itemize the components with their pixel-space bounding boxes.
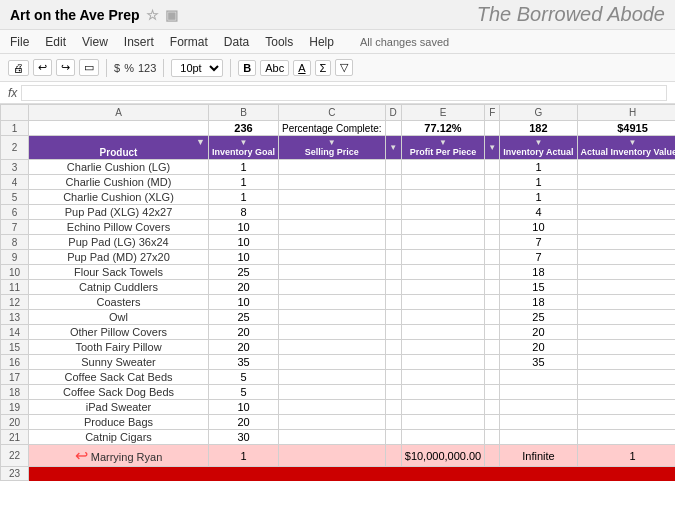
- cell-inv-17[interactable]: 5: [209, 370, 279, 385]
- cell-product-9[interactable]: Pup Pad (MD) 27x20: [29, 250, 209, 265]
- cell-product-13[interactable]: Owl: [29, 310, 209, 325]
- cell-actual-22[interactable]: 1: [577, 445, 675, 467]
- cell-actual-6[interactable]: 4: [500, 205, 577, 220]
- cell-inv-13[interactable]: 25: [209, 310, 279, 325]
- cell-profit-22[interactable]: Infinite: [500, 445, 577, 467]
- cell-inv-9[interactable]: 10: [209, 250, 279, 265]
- cell-product-12[interactable]: Coasters: [29, 295, 209, 310]
- bold-button[interactable]: B: [238, 60, 256, 76]
- cell-inv-10[interactable]: 25: [209, 265, 279, 280]
- cell-h1[interactable]: $4915: [577, 121, 675, 136]
- menu-file[interactable]: File: [10, 35, 29, 49]
- col-header-d[interactable]: D: [385, 105, 401, 121]
- cell-actual-16[interactable]: 35: [500, 355, 577, 370]
- cell-inv-21[interactable]: 30: [209, 430, 279, 445]
- col-header-e[interactable]: E: [401, 105, 484, 121]
- cell-inv-8[interactable]: 10: [209, 235, 279, 250]
- cell-f1[interactable]: [485, 121, 500, 136]
- cell-inv-5[interactable]: 1: [209, 190, 279, 205]
- cell-product-19[interactable]: iPad Sweater: [29, 400, 209, 415]
- col-header-f[interactable]: F: [485, 105, 500, 121]
- undo-button[interactable]: ↩: [33, 59, 52, 76]
- cell-product-22[interactable]: ↩ Marrying Ryan: [29, 445, 209, 467]
- cell-product-6[interactable]: Pup Pad (XLG) 42x27: [29, 205, 209, 220]
- print-button[interactable]: 🖨: [8, 60, 29, 76]
- menu-tools[interactable]: Tools: [265, 35, 293, 49]
- cell-inv-7[interactable]: 10: [209, 220, 279, 235]
- font-color-button[interactable]: Abc: [260, 60, 289, 76]
- cell-actual-19[interactable]: [500, 400, 577, 415]
- menu-help[interactable]: Help: [309, 35, 334, 49]
- col-header-g[interactable]: G: [500, 105, 577, 121]
- col-header-a[interactable]: A: [29, 105, 209, 121]
- cell-actual-18[interactable]: [500, 385, 577, 400]
- font-size-select[interactable]: 10pt8pt12pt: [171, 59, 223, 77]
- cell-actual-10[interactable]: 18: [500, 265, 577, 280]
- cell-inv-4[interactable]: 1: [209, 175, 279, 190]
- cell-actual-20[interactable]: [500, 415, 577, 430]
- menu-insert[interactable]: Insert: [124, 35, 154, 49]
- cell-actual-21[interactable]: [500, 430, 577, 445]
- redo-button[interactable]: ↪: [56, 59, 75, 76]
- cell-inv-12[interactable]: 10: [209, 295, 279, 310]
- cell-e1[interactable]: 77.12%: [401, 121, 484, 136]
- cell-inv-16[interactable]: 35: [209, 355, 279, 370]
- cell-inv-22[interactable]: 1: [209, 445, 279, 467]
- folder-icon[interactable]: ▣: [165, 7, 178, 23]
- cell-product-15[interactable]: Tooth Fairy Pillow: [29, 340, 209, 355]
- menu-format[interactable]: Format: [170, 35, 208, 49]
- cell-inv-6[interactable]: 8: [209, 205, 279, 220]
- formula-input[interactable]: [21, 85, 667, 101]
- sheet-container[interactable]: A B C D E F G H I J 1 236 Percentage Com…: [0, 104, 675, 532]
- col-header-b[interactable]: B: [209, 105, 279, 121]
- header-selling-price[interactable]: ▼ Selling Price: [279, 136, 386, 160]
- cell-product-16[interactable]: Sunny Sweater: [29, 355, 209, 370]
- paint-button[interactable]: ▭: [79, 59, 99, 76]
- cell-actual-7[interactable]: 10: [500, 220, 577, 235]
- header-actual-value[interactable]: ▼ Actual Inventory Value $: [577, 136, 675, 160]
- header-f2[interactable]: ▼: [485, 136, 500, 160]
- cell-inv-15[interactable]: 20: [209, 340, 279, 355]
- cell-actual-4[interactable]: 1: [500, 175, 577, 190]
- cell-product-11[interactable]: Catnip Cuddlers: [29, 280, 209, 295]
- cell-actual-12[interactable]: 18: [500, 295, 577, 310]
- cell-actual-11[interactable]: 15: [500, 280, 577, 295]
- cell-product-8[interactable]: Pup Pad (LG) 36x24: [29, 235, 209, 250]
- cell-selling-22[interactable]: $10,000,000.00: [401, 445, 484, 467]
- menu-view[interactable]: View: [82, 35, 108, 49]
- col-header-h[interactable]: H: [577, 105, 675, 121]
- cell-actual-9[interactable]: 7: [500, 250, 577, 265]
- cell-inv-20[interactable]: 20: [209, 415, 279, 430]
- cell-product-21[interactable]: Catnip Cigars: [29, 430, 209, 445]
- menu-edit[interactable]: Edit: [45, 35, 66, 49]
- cell-a1[interactable]: [29, 121, 209, 136]
- cell-actual-13[interactable]: 25: [500, 310, 577, 325]
- cell-inv-11[interactable]: 20: [209, 280, 279, 295]
- cell-inv-14[interactable]: 20: [209, 325, 279, 340]
- cell-actual-5[interactable]: 1: [500, 190, 577, 205]
- header-product[interactable]: ▼ Product: [29, 136, 209, 160]
- cell-g1[interactable]: 182: [500, 121, 577, 136]
- cell-product-7[interactable]: Echino Pillow Covers: [29, 220, 209, 235]
- cell-c1[interactable]: Percentage Complete:: [279, 121, 386, 136]
- cell-product-20[interactable]: Produce Bags: [29, 415, 209, 430]
- cell-product-3[interactable]: Charlie Cushion (LG): [29, 160, 209, 175]
- cell-product-17[interactable]: Coffee Sack Cat Beds: [29, 370, 209, 385]
- formula-button[interactable]: Σ: [315, 60, 332, 76]
- cell-product-14[interactable]: Other Pillow Covers: [29, 325, 209, 340]
- highlight-button[interactable]: A: [293, 60, 310, 76]
- menu-data[interactable]: Data: [224, 35, 249, 49]
- cell-actual-14[interactable]: 20: [500, 325, 577, 340]
- cell-inv-3[interactable]: 1: [209, 160, 279, 175]
- filter-button[interactable]: ▽: [335, 59, 353, 76]
- cell-inv-18[interactable]: 5: [209, 385, 279, 400]
- header-inv-actual[interactable]: ▼ Inventory Actual: [500, 136, 577, 160]
- cell-inv-19[interactable]: 10: [209, 400, 279, 415]
- header-profit[interactable]: ▼ Profit Per Piece: [401, 136, 484, 160]
- cell-actual-3[interactable]: 1: [500, 160, 577, 175]
- cell-product-5[interactable]: Charlie Cushion (XLG): [29, 190, 209, 205]
- cell-actual-15[interactable]: 20: [500, 340, 577, 355]
- cell-b1[interactable]: 236: [209, 121, 279, 136]
- cell-product-4[interactable]: Charlie Cushion (MD): [29, 175, 209, 190]
- cell-product-10[interactable]: Flour Sack Towels: [29, 265, 209, 280]
